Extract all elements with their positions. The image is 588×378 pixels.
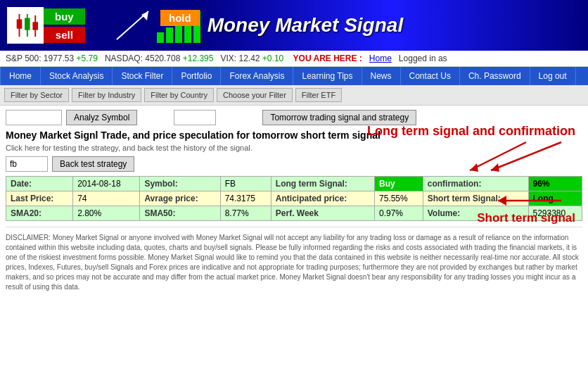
- sp500-change: +5.79: [77, 53, 98, 63]
- sma50-value: 8.77%: [220, 206, 271, 221]
- short-term-label: Short term signal: [477, 211, 575, 225]
- table-row-1: Date: 2014-08-18 Symbol: FB Long term Si…: [6, 177, 582, 191]
- nav-contact-us[interactable]: Contact Us: [401, 67, 460, 85]
- confirmation-label: confirmation:: [423, 177, 528, 191]
- hold-button[interactable]: hold: [160, 10, 200, 26]
- long-signal-value: Buy: [375, 177, 423, 191]
- svg-rect-5: [32, 22, 38, 30]
- nav-log-out[interactable]: Log out: [530, 67, 576, 85]
- avg-value: 74.3175: [220, 191, 271, 206]
- nav-stock-analysis[interactable]: Stock Analysis: [41, 67, 113, 85]
- sma20-value: 2.80%: [73, 206, 140, 221]
- tomorrow-symbol-input[interactable]: [174, 110, 216, 125]
- vix-value: 12.42: [238, 53, 260, 63]
- perf-label: Perf. Week: [271, 206, 374, 221]
- date-label: Date:: [6, 177, 73, 191]
- filter-by-sector-btn[interactable]: Filter by Sector: [4, 88, 69, 102]
- svg-marker-7: [141, 11, 148, 20]
- vix-change: +0.10: [262, 53, 283, 63]
- fb-input[interactable]: [6, 156, 48, 172]
- analyz-symbol-btn[interactable]: Analyz Symbol: [66, 110, 137, 125]
- svg-marker-11: [470, 163, 478, 172]
- nav-stock-filter[interactable]: Stock Filter: [113, 67, 172, 85]
- symbol-value: FB: [220, 177, 271, 191]
- nav-portfolio[interactable]: Portfolio: [172, 67, 221, 85]
- symbol-row: Analyz Symbol Tomorrow trading signal an…: [6, 110, 582, 125]
- long-signal-label: Long term Signal:: [271, 177, 374, 191]
- signal-arrow-svg: [113, 8, 155, 43]
- home-link[interactable]: Home: [369, 53, 392, 63]
- filter-etf-btn[interactable]: Filter ETF: [295, 88, 342, 102]
- svg-rect-1: [17, 19, 23, 28]
- sell-button[interactable]: sell: [44, 27, 85, 43]
- you-are-here-label: YOU ARE HERE :: [293, 53, 362, 63]
- anticipated-label: Anticipated price:: [271, 191, 374, 206]
- date-value: 2014-08-18: [73, 177, 140, 191]
- svg-rect-3: [25, 18, 30, 30]
- backtest-strategy-btn[interactable]: Back test strategy: [52, 156, 134, 172]
- confirmation-value: 96%: [528, 177, 582, 191]
- filter-bar: Filter by Sector Filter by Industry Filt…: [0, 85, 588, 106]
- site-title: Money Market Signal: [207, 14, 404, 37]
- short-term-arrow-svg: [491, 190, 575, 211]
- sma50-label: SMA50:: [140, 206, 220, 221]
- nav-news[interactable]: News: [362, 67, 401, 85]
- nav-forex-analysis[interactable]: Forex Analysis: [221, 67, 293, 85]
- nav-ch-password[interactable]: Ch. Password: [460, 67, 530, 85]
- candle-chart-svg: [13, 12, 38, 39]
- bar-2: [166, 27, 173, 43]
- perf-value: 0.97%: [375, 206, 423, 221]
- buy-button[interactable]: buy: [44, 8, 85, 25]
- sp500-value: 1977.53: [44, 53, 74, 63]
- sp500-label: S&P 500:: [6, 53, 41, 63]
- symbol-input[interactable]: [6, 110, 62, 125]
- nav-home[interactable]: Home: [0, 67, 41, 85]
- last-price-value: 74: [73, 191, 140, 206]
- short-term-annotation: Short term signal: [477, 190, 575, 225]
- long-term-label: Long term signal and confirmation: [367, 124, 575, 138]
- logo-icon: [7, 7, 44, 44]
- filter-by-country-btn[interactable]: Filter by Country: [144, 88, 214, 102]
- ticker-bar: S&P 500: 1977.53 +5.79 NASDAQ: 4520.708 …: [0, 51, 588, 67]
- trade-buttons: buy hold sell: [44, 8, 85, 43]
- filter-by-industry-btn[interactable]: Filter by Industry: [72, 88, 141, 102]
- main-content: Analyz Symbol Tomorrow trading signal an…: [0, 106, 588, 296]
- data-table-wrapper: Date: 2014-08-18 Symbol: FB Long term Si…: [6, 176, 582, 221]
- annotations-wrapper: Long term signal and confirmation Money …: [6, 130, 582, 221]
- site-header: buy hold sell Money Market Signal: [0, 0, 588, 51]
- bar-1: [157, 32, 164, 43]
- last-price-label: Last Price:: [6, 191, 73, 206]
- svg-marker-9: [491, 163, 499, 172]
- disclaimer: DISCLAIMER: Money Market Signal or anyon…: [6, 227, 582, 292]
- svg-line-8: [491, 142, 561, 170]
- long-term-arrow-svg: [449, 139, 575, 174]
- nasdaq-label: NASDAQ:: [105, 53, 143, 63]
- symbol-label: Symbol:: [140, 177, 220, 191]
- anticipated-value: 75.55%: [375, 191, 423, 206]
- long-term-annotation: Long term signal and confirmation: [367, 124, 575, 174]
- tomorrow-signal-btn[interactable]: Tomorrow trading signal and strategy: [262, 110, 416, 125]
- sma20-label: SMA20:: [6, 206, 73, 221]
- svg-marker-13: [498, 196, 506, 206]
- nasdaq-change: +12.395: [183, 53, 214, 63]
- nav-learning-tips[interactable]: Learning Tips: [293, 67, 362, 85]
- nasdaq-value: 4520.708: [145, 53, 180, 63]
- choose-filter-btn[interactable]: Choose your Filter: [217, 88, 293, 102]
- nav-bar: Home Stock Analysis Stock Filter Portfol…: [0, 67, 588, 85]
- logged-in-text: Logged in as: [399, 53, 447, 63]
- vix-label: VIX:: [220, 53, 236, 63]
- avg-label: Avrage price:: [140, 191, 220, 206]
